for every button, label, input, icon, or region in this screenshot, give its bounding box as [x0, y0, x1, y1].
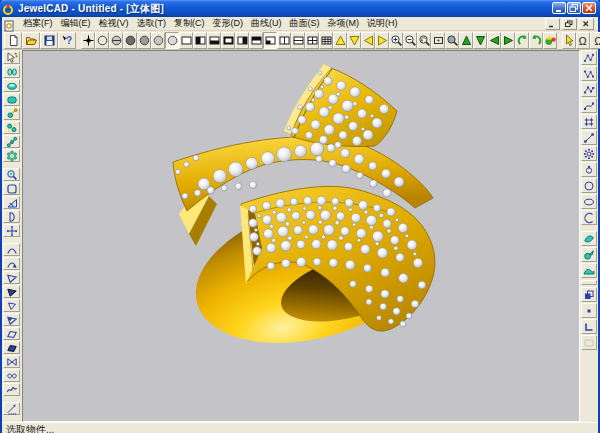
quad-filled-button[interactable]: [3, 341, 20, 354]
child-close-button[interactable]: [579, 18, 594, 30]
menu-item-copy[interactable]: 复制(C): [170, 17, 209, 30]
bowtie-button[interactable]: [3, 355, 20, 368]
gem-chain-button[interactable]: [3, 135, 20, 148]
gear-pts-button[interactable]: [581, 146, 597, 161]
gem-flower-button[interactable]: [3, 149, 20, 162]
help-button[interactable]: ?: [58, 32, 76, 49]
undo-button[interactable]: Ω: [576, 32, 590, 49]
split-quad-button[interactable]: [305, 32, 319, 49]
circle-pressed-button[interactable]: [165, 32, 179, 49]
square-right-button[interactable]: [235, 32, 249, 49]
grid9-button[interactable]: [319, 32, 333, 49]
pan-up-button[interactable]: [459, 32, 473, 49]
tri-right-y-button[interactable]: [375, 32, 389, 49]
quad-outline-button[interactable]: [3, 327, 20, 340]
ghost-rect-button[interactable]: [581, 335, 597, 350]
square-left-button[interactable]: [193, 32, 207, 49]
line-sq-button[interactable]: [581, 130, 597, 145]
child-minimize-button[interactable]: [545, 18, 560, 30]
tri-outline-button[interactable]: [3, 271, 20, 284]
circle-light-button[interactable]: [151, 32, 165, 49]
tri-outline2-button[interactable]: [3, 299, 20, 312]
render-button[interactable]: [543, 32, 557, 49]
crosshair-button[interactable]: [81, 32, 95, 49]
square-thick-button[interactable]: [221, 32, 235, 49]
open-button[interactable]: [22, 32, 40, 49]
menu-item-surface[interactable]: 曲面(S): [286, 17, 324, 30]
circle-dark-button[interactable]: [123, 32, 137, 49]
circle-split-button[interactable]: [109, 32, 123, 49]
menu-item-misc[interactable]: 杂项(M): [324, 17, 364, 30]
rounded-square-button[interactable]: [3, 182, 20, 195]
menu-item-file[interactable]: 档案(F): [19, 17, 57, 30]
menu-item-curve[interactable]: 曲线(U): [247, 17, 286, 30]
pan-down-button[interactable]: [473, 32, 487, 49]
tri-left-y-button[interactable]: [361, 32, 375, 49]
gem-pair-button[interactable]: [3, 65, 20, 78]
menu-item-view[interactable]: 检视(V): [95, 17, 133, 30]
menu-item-select[interactable]: 选取(T): [133, 17, 171, 30]
half-disc-button[interactable]: [3, 210, 20, 223]
arc-button[interactable]: [3, 243, 20, 256]
pan-right-button[interactable]: [501, 32, 515, 49]
restore-button[interactable]: [567, 2, 581, 14]
grid-pts-button[interactable]: [581, 114, 597, 129]
loop-inf-button[interactable]: [3, 369, 20, 382]
pointer-y-button[interactable]: [562, 32, 576, 49]
chain-zig2-button[interactable]: [581, 66, 597, 81]
menu-item-deform[interactable]: 变形(D): [209, 17, 248, 30]
circle-lg-button[interactable]: [581, 178, 597, 193]
fish-teal-button[interactable]: [581, 231, 597, 246]
redo-button[interactable]: Ω: [590, 32, 600, 49]
arc-arrow-button[interactable]: [3, 257, 20, 270]
tri-down-y-button[interactable]: [347, 32, 361, 49]
zoom-prev-button[interactable]: [417, 32, 431, 49]
dot-sq-button[interactable]: [581, 303, 597, 318]
square-top-button[interactable]: [249, 32, 263, 49]
child-restore-button[interactable]: [562, 18, 577, 30]
split-v-button[interactable]: [277, 32, 291, 49]
rot-cw-button[interactable]: [529, 32, 543, 49]
zoom-out-button[interactable]: [403, 32, 417, 49]
zoom-rect-button[interactable]: [431, 32, 445, 49]
corner-L-button[interactable]: [581, 319, 597, 334]
ellipse-button[interactable]: [581, 194, 597, 209]
gem-disc-button[interactable]: [3, 79, 20, 92]
square-bottom-button[interactable]: [207, 32, 221, 49]
tri-half-button[interactable]: [3, 313, 20, 326]
pan-left-button[interactable]: [487, 32, 501, 49]
c-curve-button[interactable]: [581, 210, 597, 225]
save-button[interactable]: [40, 32, 58, 49]
chain-sq-button[interactable]: [581, 82, 597, 97]
circle-mid-button[interactable]: [137, 32, 151, 49]
chain-zig1-button[interactable]: [581, 50, 597, 65]
zoom-in-button[interactable]: [389, 32, 403, 49]
magnifier-gem-button[interactable]: [3, 168, 20, 181]
squiggle-button[interactable]: [3, 383, 20, 396]
gem-cushion-button[interactable]: [3, 93, 20, 106]
close-button[interactable]: [582, 2, 596, 14]
protractor-button[interactable]: [3, 196, 20, 209]
new-button[interactable]: [4, 32, 22, 49]
tri-filled-button[interactable]: [3, 285, 20, 298]
point-crosshair-button[interactable]: [3, 224, 20, 237]
circle-outline-button[interactable]: [95, 32, 109, 49]
tri-up-y-button[interactable]: [333, 32, 347, 49]
square-corner-button[interactable]: [263, 32, 277, 49]
split-h-button[interactable]: [291, 32, 305, 49]
menu-item-edit[interactable]: 编辑(E): [57, 17, 95, 30]
blob-teal-button[interactable]: [581, 247, 597, 262]
spray-points-button[interactable]: [3, 402, 20, 415]
rot-ccw-button[interactable]: [515, 32, 529, 49]
title-bar[interactable]: JewelCAD - Untitled - [立体图]: [0, 0, 600, 17]
zoom-all-button[interactable]: [445, 32, 459, 49]
viewport-3d[interactable]: [22, 50, 580, 422]
square-outline-button[interactable]: [179, 32, 193, 49]
minimize-button[interactable]: [552, 2, 566, 14]
gem-cluster2-button[interactable]: [3, 121, 20, 134]
select-pointer-button[interactable]: [3, 51, 20, 64]
curve-sq-button[interactable]: [581, 98, 597, 113]
circle-sm-button[interactable]: [581, 162, 597, 177]
copy-squares-button[interactable]: [581, 287, 597, 302]
wave-teal-button[interactable]: [581, 263, 597, 278]
